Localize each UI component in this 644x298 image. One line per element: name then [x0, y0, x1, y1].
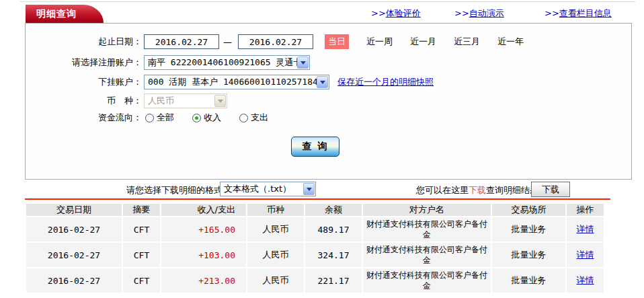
- currency-value: 人民币: [148, 95, 174, 107]
- link-arrows: >>: [545, 8, 559, 18]
- table-top-rule: [25, 198, 610, 200]
- chevron-down-icon[interactable]: [303, 183, 315, 195]
- download-format-select[interactable]: 文本格式（.txt）: [220, 182, 316, 196]
- currency-label: 币 种：: [26, 95, 142, 107]
- register-account-label: 请选择注册账户：: [26, 57, 142, 69]
- fund-flow-label: 资金流向：: [26, 112, 142, 124]
- col-header-action: 操作: [567, 204, 604, 216]
- col-header-summary: 摘要: [123, 204, 160, 216]
- radio-icon[interactable]: [239, 114, 248, 122]
- chevron-down-icon: [214, 95, 226, 107]
- cell-counterparty: 财付通支付科技有限公司客户备付金: [363, 217, 491, 241]
- link-label: 查看栏目信息: [559, 8, 612, 18]
- save-snapshot-link[interactable]: 保存近一个月的明细快照: [337, 76, 434, 88]
- link-auto-demo[interactable]: >>自动演示: [454, 7, 504, 20]
- date-from-input[interactable]: [144, 34, 219, 49]
- currency-select: 人民币: [144, 94, 227, 108]
- download-format-label: 请您选择下载明细的格式: [126, 184, 223, 196]
- cell-amount: +213.00: [161, 268, 246, 293]
- cell-currency: 人民币: [247, 268, 304, 293]
- query-form-panel: 起止日期： — 当日 近一周 近一月 近三月 近一年 请选择注册账户： 南平 6…: [25, 23, 632, 180]
- link-arrows: >>: [454, 8, 469, 18]
- cell-summary: CFT: [123, 243, 160, 267]
- sub-account-select[interactable]: 000 活期 基本户 1406600101102571848: [144, 75, 329, 89]
- col-header-place: 交易场所: [492, 204, 565, 216]
- radio-label: 支出: [251, 112, 268, 124]
- col-header-date: 交易日期: [26, 204, 122, 216]
- cell-counterparty: 财付通支付科技有限公司客户备付金: [363, 243, 491, 267]
- date-range-label: 起止日期：: [26, 36, 142, 48]
- cell-date: 2016-02-27: [26, 217, 122, 241]
- table-row: 2016-02-27 CFT +165.00 人民币 489.17 财付通支付科…: [26, 217, 604, 241]
- date-separator: —: [223, 37, 232, 47]
- cell-currency: 人民币: [247, 243, 304, 267]
- cell-date: 2016-02-27: [26, 243, 122, 267]
- table-row: 2016-02-27 CFT +103.00 人民币 324.17 财付通支付科…: [26, 243, 604, 267]
- register-account-select[interactable]: 南平 6222001406100921065 灵通卡: [144, 55, 310, 70]
- col-header-balance: 余额: [305, 204, 362, 216]
- cell-amount: +165.00: [161, 217, 246, 241]
- cell-balance: 324.17: [305, 243, 362, 267]
- detail-query-page: 明细查询 >>体验评价 >>自动演示 >>查看栏目信息 起止日期： — 当日 近…: [0, 0, 644, 298]
- cell-balance: 489.17: [305, 217, 362, 241]
- cell-summary: CFT: [123, 217, 160, 241]
- cell-amount: +103.00: [161, 243, 246, 267]
- register-account-value: 南平 6222001406100921065 灵通卡: [148, 57, 302, 69]
- link-label: 自动演示: [469, 8, 504, 18]
- chevron-down-icon[interactable]: [297, 57, 309, 69]
- col-header-amount: 收入/支出: [161, 204, 246, 216]
- transaction-table: 交易日期 摘要 收入/支出 币种 余额 对方户名 交易场所 操作 2016-02…: [25, 202, 605, 294]
- cell-date: 2016-02-27: [26, 268, 122, 293]
- sub-account-row: 下挂账户： 000 活期 基本户 1406600101102571848 保存近…: [26, 75, 631, 89]
- radio-label: 全部: [157, 112, 174, 124]
- date-to-input[interactable]: [238, 34, 313, 49]
- cell-place: 批量业务: [492, 268, 565, 293]
- cell-currency: 人民币: [247, 217, 304, 241]
- tab-detail-query[interactable]: 明细查询: [26, 5, 83, 23]
- chevron-down-icon[interactable]: [317, 76, 328, 88]
- detail-link[interactable]: 详情: [577, 275, 594, 285]
- download-row: 请您选择下载明细的格式 文本格式（.txt） 您可以在这里下载查询明细结果 下载: [25, 182, 632, 198]
- download-format-value: 文本格式（.txt）: [224, 183, 291, 195]
- link-label: 体验评价: [386, 8, 421, 18]
- radio-option-all[interactable]: 全部: [142, 112, 174, 124]
- sub-account-label: 下挂账户：: [26, 76, 142, 88]
- download-button[interactable]: 下载: [531, 182, 570, 197]
- radio-icon[interactable]: [192, 114, 201, 122]
- quick-range-month[interactable]: 近一月: [410, 36, 436, 48]
- download-hint: 您可以在这里下载查询明细结果: [416, 184, 538, 196]
- link-experience-eval[interactable]: >>体验评价: [371, 7, 421, 20]
- tab-title: 明细查询: [36, 8, 77, 19]
- radio-label: 收入: [204, 112, 221, 124]
- quick-range-week[interactable]: 近一周: [366, 36, 393, 48]
- detail-link[interactable]: 详情: [577, 224, 594, 234]
- query-button[interactable]: 查 询: [291, 137, 339, 157]
- link-arrows: >>: [371, 8, 386, 18]
- top-divider: [20, 1, 635, 2]
- cell-balance: 221.17: [305, 268, 362, 293]
- hint-download-word: 下载: [469, 185, 486, 195]
- sub-account-value: 000 活期 基本户 1406600101102571848: [148, 76, 323, 88]
- col-header-currency: 币种: [247, 204, 304, 216]
- quick-range-3months[interactable]: 近三月: [454, 36, 480, 48]
- fund-flow-row: 资金流向： 全部 收入 支出: [26, 110, 631, 125]
- radio-option-expense[interactable]: 支出: [236, 112, 268, 124]
- cell-counterparty: 财付通支付科技有限公司客户备付金: [363, 268, 491, 293]
- table-header-row: 交易日期 摘要 收入/支出 币种 余额 对方户名 交易场所 操作: [26, 204, 604, 216]
- radio-icon[interactable]: [145, 114, 154, 122]
- quick-range-year[interactable]: 近一年: [497, 36, 524, 48]
- register-account-row: 请选择注册账户： 南平 6222001406100921065 灵通卡: [26, 55, 631, 70]
- radio-option-income[interactable]: 收入: [189, 112, 221, 124]
- cell-summary: CFT: [123, 268, 160, 293]
- col-header-counterparty: 对方户名: [363, 204, 491, 216]
- link-view-column-info[interactable]: >>查看栏目信息: [545, 7, 612, 20]
- cell-place: 批量业务: [492, 243, 565, 267]
- cell-place: 批量业务: [492, 217, 565, 241]
- date-range-row: 起止日期： — 当日 近一周 近一月 近三月 近一年: [26, 34, 631, 49]
- detail-link[interactable]: 详情: [577, 250, 594, 260]
- currency-row: 币 种： 人民币: [26, 94, 631, 108]
- table-row: 2016-02-27 CFT +213.00 人民币 221.17 财付通支付科…: [26, 268, 604, 293]
- quick-range-today[interactable]: 当日: [325, 34, 349, 49]
- hint-prefix: 您可以在这里: [416, 185, 469, 195]
